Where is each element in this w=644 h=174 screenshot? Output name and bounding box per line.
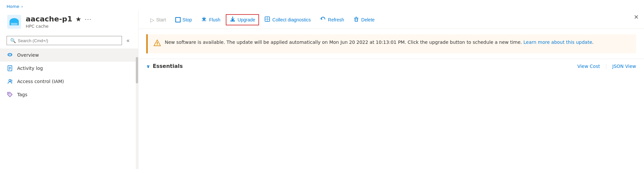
essentials-actions: View Cost | JSON View [577,63,636,69]
svg-point-27 [157,44,158,45]
overview-icon [7,52,13,58]
search-icon: 🔍 [10,38,16,43]
activity-log-icon [7,65,13,72]
alert-icon [154,39,161,49]
stop-icon [175,17,181,22]
hpc-cache-icon [7,14,22,29]
resource-name: aacache-p1 [26,15,72,23]
breadcrumb: Home › [0,0,644,11]
view-cost-link[interactable]: View Cost [577,64,600,69]
essentials-chevron-icon[interactable]: ∨ [146,64,150,69]
json-view-link[interactable]: JSON View [612,64,636,69]
upgrade-button[interactable]: Upgrade [226,14,259,25]
collect-diagnostics-label: Collect diagnostics [272,17,311,22]
stop-label: Stop [183,17,192,22]
resource-type: HPC cache [26,24,92,29]
breadcrumb-home[interactable]: Home [7,4,19,9]
sidebar-item-activity-log[interactable]: Activity log [0,62,138,75]
refresh-button[interactable]: Refresh [316,14,348,25]
breadcrumb-separator: › [21,4,23,9]
delete-button[interactable]: Delete [349,14,378,25]
start-button[interactable]: ▷ Start [146,15,170,25]
toolbar: ▷ Start Stop Flush [138,11,644,29]
tags-icon [7,91,13,98]
stop-button[interactable]: Stop [171,15,196,24]
start-label: Start [156,17,166,22]
access-control-icon [7,78,13,85]
flush-button[interactable]: Flush [197,14,224,25]
sidebar-item-label: Overview [17,52,39,58]
sidebar-item-overview[interactable]: Overview [0,48,138,62]
collapse-sidebar-button[interactable]: « [125,36,132,45]
sidebar-item-label: Activity log [17,66,43,71]
sidebar: aacache-p1 ★ ··· HPC cache 🔍 « [0,11,138,169]
delete-icon [353,16,359,23]
svg-rect-21 [355,18,358,21]
upgrade-icon [230,16,236,23]
essentials-header: ∨ Essentials View Cost | JSON View [138,59,644,73]
collect-diagnostics-button[interactable]: Collect diagnostics [260,14,315,25]
sidebar-item-tags[interactable]: Tags [0,88,138,101]
collect-diagnostics-icon [264,16,270,23]
svg-rect-17 [230,20,235,21]
essentials-title-text: Essentials [153,63,183,69]
alert-learn-more-link[interactable]: Learn more about this update [523,40,592,45]
essentials-title-group: ∨ Essentials [146,63,183,69]
nav-list: Overview Activity log [0,48,138,169]
upgrade-label: Upgrade [238,17,255,22]
svg-point-16 [9,93,10,94]
essentials-divider: | [605,63,607,69]
svg-point-9 [10,54,11,55]
start-icon: ▷ [150,17,154,23]
alert-banner: New software is available. The update wi… [146,34,636,53]
main-content: ✕ ▷ Start Stop [138,11,644,169]
close-button[interactable]: ✕ [629,11,644,23]
resource-title-group: aacache-p1 ★ ··· HPC cache [26,15,92,28]
sidebar-item-label: Tags [17,92,27,97]
alert-message: New software is available. The update wi… [165,39,594,46]
search-input-wrapper[interactable]: 🔍 [7,36,122,45]
refresh-label: Refresh [328,17,344,22]
sidebar-item-access-control[interactable]: Access control (IAM) [0,75,138,88]
scrollbar-thumb[interactable] [136,57,138,83]
more-options-button[interactable]: ··· [85,16,92,22]
resource-header: aacache-p1 ★ ··· HPC cache [0,11,138,33]
search-bar: 🔍 « [7,36,132,45]
refresh-icon [320,16,326,23]
flush-icon [201,16,207,23]
delete-label: Delete [361,17,374,22]
search-input[interactable] [18,38,118,43]
scrollbar-track[interactable] [136,54,138,169]
svg-point-14 [9,79,11,81]
sidebar-item-label: Access control (IAM) [17,79,64,84]
flush-label: Flush [209,17,220,22]
favorite-button[interactable]: ★ [75,16,81,22]
